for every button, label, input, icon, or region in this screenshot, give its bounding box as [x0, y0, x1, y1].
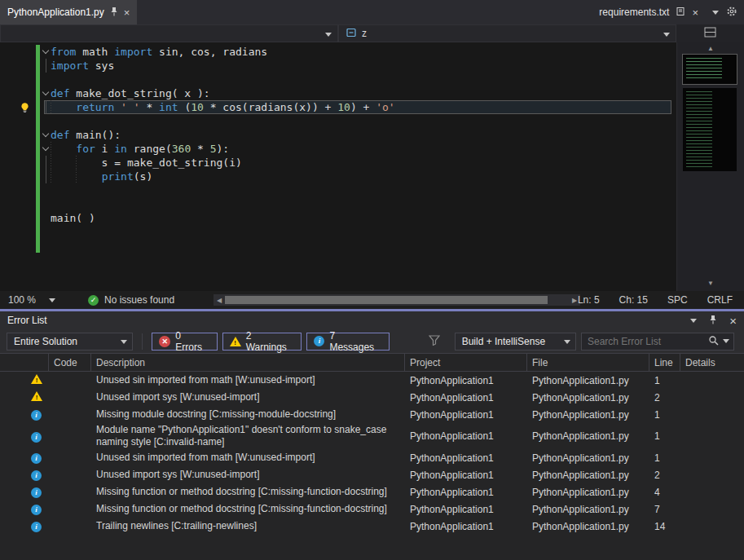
document-map-preview[interactable]: [683, 88, 737, 171]
info-icon: i: [31, 505, 42, 515]
error-file: PythonApplication1.py: [527, 392, 649, 403]
code-editor[interactable]: from math import sin, cos, radiansimport…: [0, 42, 676, 291]
zoom-value: 100 %: [8, 294, 36, 306]
error-list-title-bar[interactable]: Error List ×: [0, 311, 744, 329]
code-line[interactable]: import sys: [0, 59, 676, 73]
code-line[interactable]: [0, 253, 676, 267]
error-list-panel: Error List × Entire Solution ✕ 0 Errors …: [0, 311, 744, 560]
error-row[interactable]: iUnused sin imported from math [W:unused…: [0, 449, 744, 466]
code-line[interactable]: [0, 197, 676, 211]
error-row[interactable]: iMissing module docstring [C:missing-mod…: [0, 406, 744, 423]
fold-collapse-icon[interactable]: [42, 142, 51, 156]
errors-filter-label: 0 Errors: [175, 330, 209, 353]
code-text: def make_dot_string( x ):: [51, 87, 210, 99]
chevron-down-icon: [49, 298, 55, 302]
filter-icon[interactable]: [429, 334, 440, 349]
scroll-left-icon[interactable]: ◀: [214, 297, 225, 304]
split-window-handle[interactable]: [676, 24, 744, 42]
error-row[interactable]: !Unused import sys [W:unused-import]Pyth…: [0, 389, 744, 406]
column-header-details[interactable]: Details: [680, 354, 744, 371]
warning-icon: !: [31, 391, 42, 401]
pin-icon[interactable]: [110, 7, 118, 19]
close-icon[interactable]: ×: [692, 7, 698, 18]
caret-position-group: Ln: 5 Ch: 15 SPC CRLF: [578, 294, 733, 306]
error-file: PythonApplication1.py: [527, 470, 649, 481]
issues-indicator[interactable]: ✓ No issues found: [88, 294, 174, 306]
code-line[interactable]: s = make_dot_string(i): [0, 156, 676, 170]
chevron-down-icon[interactable]: [723, 339, 729, 343]
scroll-up-icon[interactable]: ▲: [677, 45, 744, 52]
messages-filter-button[interactable]: i 7 Messages: [306, 333, 389, 351]
code-line[interactable]: main( ): [0, 211, 676, 225]
error-line: 1: [649, 375, 680, 386]
pin-icon[interactable]: [709, 315, 717, 327]
code-line[interactable]: [0, 73, 676, 86]
code-line[interactable]: [0, 183, 676, 197]
code-line[interactable]: [0, 239, 676, 253]
chevron-down-icon: [325, 33, 332, 37]
search-input[interactable]: [582, 336, 704, 347]
vertical-scrollbar-map[interactable]: ▲ ▼: [676, 42, 744, 291]
error-row[interactable]: iTrailing newlines [C:trailing-newlines]…: [0, 518, 744, 535]
error-row[interactable]: iMissing function or method docstring [C…: [0, 483, 744, 500]
close-icon[interactable]: ×: [124, 7, 130, 18]
code-line[interactable]: [0, 225, 676, 239]
column-header-line[interactable]: Line: [649, 354, 680, 371]
document-map-viewport[interactable]: [683, 55, 737, 84]
scope-filter-dropdown[interactable]: Entire Solution: [7, 333, 133, 351]
column-header-file[interactable]: File: [527, 354, 649, 371]
error-row[interactable]: !Unused sin imported from math [W:unused…: [0, 372, 744, 389]
zoom-dropdown[interactable]: 100 %: [0, 294, 64, 306]
error-row[interactable]: iMissing function or method docstring [C…: [0, 500, 744, 518]
tab-pythonapplication1[interactable]: PythonApplication1.py ×: [0, 0, 137, 24]
error-project: PythonApplication1: [405, 392, 527, 403]
close-icon[interactable]: ×: [729, 315, 737, 326]
member-dropdown[interactable]: z: [338, 24, 676, 42]
error-project: PythonApplication1: [405, 487, 527, 498]
code-line[interactable]: def make_dot_string( x ):: [0, 86, 676, 100]
fold-collapse-icon[interactable]: [42, 86, 51, 100]
error-row[interactable]: iModule name "PythonApplication1" doesn'…: [0, 423, 744, 449]
lightbulb-icon[interactable]: [20, 102, 30, 117]
scope-dropdown[interactable]: [0, 24, 338, 42]
code-line[interactable]: return ' ' * int (10 * cos(radians(x)) +…: [0, 100, 676, 114]
source-filter-dropdown[interactable]: Build + IntelliSense: [455, 333, 576, 351]
warnings-filter-button[interactable]: ! 2 Warnings: [222, 333, 302, 351]
check-icon: ✓: [88, 295, 99, 306]
error-file: PythonApplication1.py: [527, 409, 649, 421]
column-header-severity[interactable]: [0, 354, 49, 371]
tab-requirements-label[interactable]: requirements.txt: [599, 7, 669, 18]
error-file: PythonApplication1.py: [527, 504, 649, 515]
horizontal-scrollbar[interactable]: ◀ ▶: [214, 294, 580, 306]
window-position-icon[interactable]: [690, 319, 697, 323]
scroll-down-icon[interactable]: ▼: [677, 280, 744, 287]
gear-icon[interactable]: [726, 6, 737, 20]
error-project: PythonApplication1: [405, 470, 527, 481]
error-row[interactable]: iUnused import sys [W:unused-import]Pyth…: [0, 466, 744, 483]
column-header-code[interactable]: Code: [49, 354, 91, 371]
line-ending-indicator: CRLF: [707, 294, 733, 306]
navigation-row: z: [0, 24, 744, 42]
search-icon[interactable]: [708, 334, 719, 349]
fold-gutter: [42, 211, 51, 225]
column-header-description[interactable]: Description: [91, 354, 405, 371]
code-line[interactable]: def main():: [0, 128, 676, 142]
keep-open-icon[interactable]: [676, 7, 685, 19]
fold-collapse-icon[interactable]: [42, 45, 51, 59]
column-header-project[interactable]: Project: [405, 354, 527, 371]
code-line[interactable]: for i in range(360 * 5):: [0, 142, 676, 156]
code-line[interactable]: from math import sin, cos, radians: [0, 45, 676, 59]
toolbar-separator: [142, 333, 143, 350]
errors-filter-button[interactable]: ✕ 0 Errors: [152, 333, 217, 351]
chevron-down-icon[interactable]: [712, 11, 719, 15]
code-text: s = make_dot_string(i): [51, 157, 242, 169]
scope-filter-value: Entire Solution: [14, 336, 77, 347]
code-line[interactable]: [0, 114, 676, 128]
source-filter-value: Build + IntelliSense: [462, 336, 545, 347]
fold-collapse-icon[interactable]: [42, 128, 51, 142]
horizontal-scrollbar-thumb[interactable]: [225, 296, 548, 304]
error-description: Missing function or method docstring [C:…: [91, 503, 405, 515]
code-line[interactable]: print(s): [0, 170, 676, 183]
error-project: PythonApplication1: [405, 430, 527, 442]
code-text: for i in range(360 * 5):: [51, 143, 229, 155]
